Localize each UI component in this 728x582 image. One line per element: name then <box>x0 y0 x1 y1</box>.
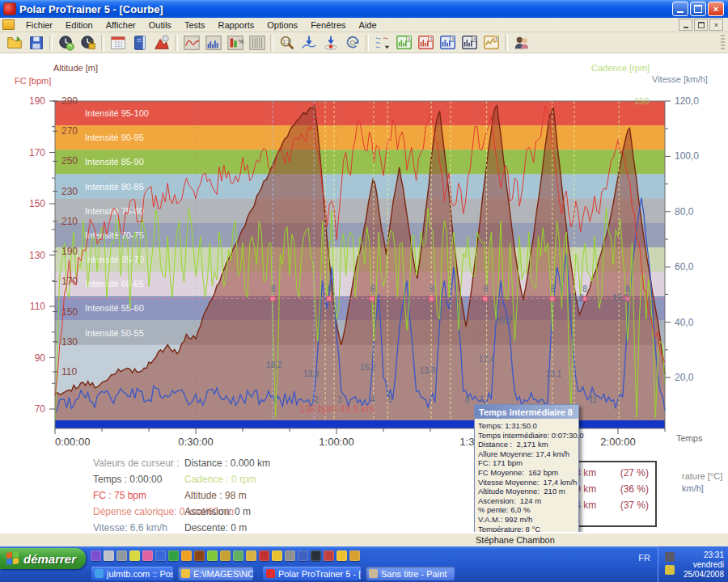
x-tick-label: 2:00:00 <box>600 436 635 448</box>
taskbar-button-1[interactable]: julmtb.com :: Poster ... <box>91 567 173 580</box>
quicklaunch-icon-1[interactable] <box>91 550 101 561</box>
zoom-1-1-button[interactable]: 1:1 <box>276 32 298 53</box>
save-button[interactable] <box>25 32 47 53</box>
quicklaunch-icon-8[interactable] <box>181 550 192 561</box>
quicklaunch-icon-3[interactable] <box>116 550 127 561</box>
quicklaunch-icon-14[interactable] <box>259 550 269 561</box>
menu-fichier[interactable]: Fichier <box>19 19 59 32</box>
tray-day[interactable]: vendredi <box>693 560 724 569</box>
quicklaunch-icon-4[interactable] <box>129 550 140 561</box>
graph-4-button[interactable]: 4 <box>459 32 480 53</box>
tray-icon-1[interactable] <box>665 552 675 562</box>
quicklaunch-icon-9[interactable] <box>194 550 205 561</box>
graph-3-button[interactable]: 3 <box>437 32 459 53</box>
quicklaunch-icon-5[interactable] <box>142 550 153 561</box>
zones-view-button[interactable]: % <box>224 32 246 53</box>
taskbar-button-2[interactable]: E:\IMAGES\NON SAV <box>178 567 253 580</box>
interval-marker <box>483 296 488 301</box>
language-indicator[interactable]: FR <box>638 553 650 563</box>
tooltip-body: Temps: 1:31:50.0Temps intermédiaire: 0:0… <box>475 419 578 546</box>
quicklaunch-icon-2[interactable] <box>104 550 114 561</box>
minimize-button[interactable] <box>672 2 688 16</box>
quicklaunch-icon-21[interactable] <box>349 550 360 561</box>
laps-view-button[interactable] <box>246 32 268 53</box>
quicklaunch-icon-11[interactable] <box>220 550 231 561</box>
quicklaunch-icon-19[interactable] <box>324 550 334 561</box>
training-curve-chart[interactable]: Intensité 95-100Intensité 90-95Intensité… <box>0 57 728 461</box>
tooltip-title: Temps intermédiaire 8 <box>475 405 578 419</box>
training-diary-button[interactable] <box>129 32 150 53</box>
tooltip-line: Distance : 2,171 km <box>478 440 577 449</box>
quicklaunch-icon-20[interactable] <box>336 550 347 561</box>
zone-label-9: Intensité 50-55 <box>85 328 144 338</box>
lap-value-label: 13,9 <box>420 366 436 375</box>
lap-number: 11 <box>589 395 598 404</box>
graph-5-button[interactable]: 5 <box>480 32 502 53</box>
tray-clock[interactable]: 23:31 <box>704 550 724 559</box>
tooltip-line: Ascension: 124 m <box>478 496 577 506</box>
quicklaunch-icon-13[interactable] <box>246 550 256 561</box>
taskbar-button-3[interactable]: Polar ProTrainer 5 - [... <box>263 567 361 580</box>
quicklaunch-icon-16[interactable] <box>285 550 295 561</box>
lap-value-label: 15,8 <box>568 293 584 302</box>
quicklaunch-icon-7[interactable] <box>168 550 179 561</box>
title-bar: Polar ProTrainer 5 - [Courbe] × <box>0 0 728 18</box>
interval-marker <box>429 296 434 301</box>
quicklaunch-icon-10[interactable] <box>207 550 218 561</box>
open-file-icon <box>6 34 23 52</box>
laps-view-icon <box>248 34 266 52</box>
task-buttons: julmtb.com :: Poster ...E:\IMAGES\NON SA… <box>0 567 647 582</box>
distribution-view-button[interactable] <box>202 32 224 53</box>
multi-curves-button[interactable] <box>371 32 393 53</box>
quicklaunch-icon-17[interactable] <box>298 550 308 561</box>
zone-label-0: Intensité 95-100 <box>85 108 149 118</box>
menu-rapports[interactable]: Rapports <box>212 19 261 32</box>
mdi-restore-button[interactable] <box>694 19 708 31</box>
reload-exercise-button[interactable] <box>341 32 363 53</box>
menu-tests[interactable]: Tests <box>178 19 212 32</box>
calendar-button[interactable] <box>107 32 129 53</box>
svg-text:3: 3 <box>451 36 454 41</box>
info-line: Distance : 0.000 km <box>184 458 270 469</box>
taskbar: démarrer julmtb.com :: Poster ...E:\IMAG… <box>0 546 728 582</box>
speed-tick-label: 100,0 <box>675 150 699 162</box>
info-line: Altitude : 98 m <box>184 490 270 501</box>
close-button[interactable]: × <box>708 2 724 16</box>
tray-icon-2[interactable] <box>665 565 675 575</box>
tray-date[interactable]: 25/04/2008 <box>684 570 724 579</box>
graph-2-button[interactable]: 2 <box>415 32 437 53</box>
menu-options[interactable]: Options <box>260 19 304 32</box>
interval-marker-label: 8 <box>625 285 630 293</box>
zone-label-6: Intensité 65-70 <box>85 255 144 264</box>
toolbar-grip[interactable] <box>721 35 725 51</box>
start-button-label: démarrer <box>23 552 76 566</box>
interval-marker-label: 8 <box>430 285 434 293</box>
mdi-minimize-button[interactable] <box>679 19 692 31</box>
watch-settings-button[interactable] <box>77 32 99 53</box>
open-file-button[interactable] <box>3 32 25 53</box>
marker-drop-button[interactable] <box>320 32 341 53</box>
menu-outils[interactable]: Outils <box>142 19 178 32</box>
quicklaunch-icon-18[interactable] <box>311 550 321 561</box>
windows-logo-icon <box>6 551 19 566</box>
menu-bar: FichierEditionAfficherOutilsTestsRapport… <box>0 18 728 32</box>
menu-edition[interactable]: Edition <box>59 19 99 32</box>
users-button[interactable] <box>510 32 532 53</box>
quicklaunch-icon-15[interactable] <box>272 550 282 561</box>
restore-button[interactable] <box>690 2 706 16</box>
taskbar-button-4[interactable]: Sans titre - Paint <box>366 567 455 580</box>
graph-1-button[interactable]: 1 <box>393 32 415 53</box>
menu-afficher[interactable]: Afficher <box>99 19 142 32</box>
zone-band-3 <box>55 174 665 198</box>
import-curve-button[interactable] <box>298 32 320 53</box>
quicklaunch-icon-6[interactable] <box>155 550 166 561</box>
menu-aide[interactable]: Aide <box>353 19 383 32</box>
mdi-close-button[interactable]: × <box>709 19 723 31</box>
exercise-button[interactable] <box>150 32 172 53</box>
svg-text:1: 1 <box>408 36 410 41</box>
curve-view-button[interactable] <box>180 32 202 53</box>
quicklaunch-icon-12[interactable] <box>233 550 243 561</box>
zone-band-2 <box>55 150 665 174</box>
sync-watch-button[interactable] <box>55 32 77 53</box>
menu-fenêtres[interactable]: Fenêtres <box>304 19 352 32</box>
